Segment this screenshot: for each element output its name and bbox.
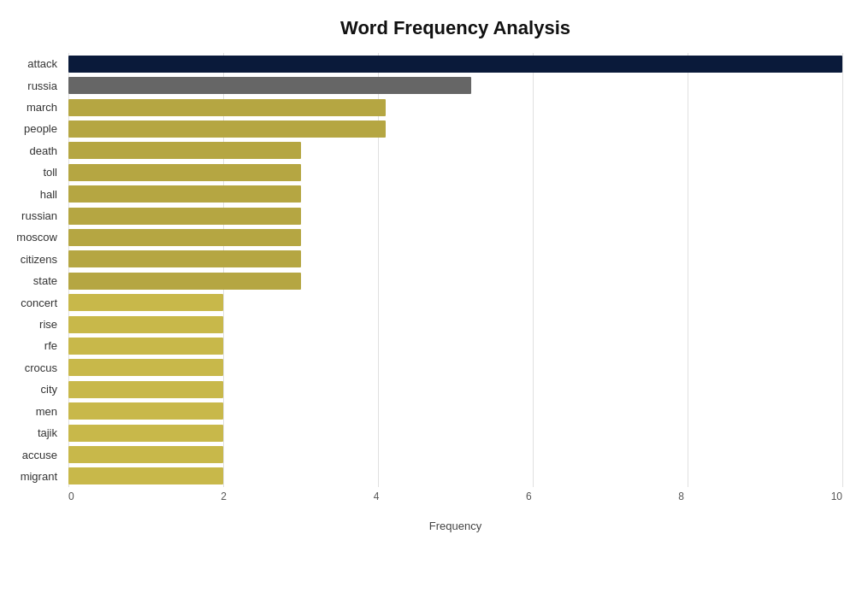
x-tick: 4 xyxy=(374,490,380,516)
bar-track xyxy=(68,56,842,73)
bar-row: moscow xyxy=(68,226,842,248)
bar-row: people xyxy=(68,118,842,139)
x-axis-title: Frequency xyxy=(68,520,842,532)
bar-track xyxy=(68,359,842,376)
bar-fill xyxy=(68,99,386,116)
chart-area: attackrussiamarchpeopledeathtollhallruss… xyxy=(68,53,842,532)
x-tick: 2 xyxy=(221,490,227,516)
bar-row: attack xyxy=(68,53,842,74)
bar-fill xyxy=(68,77,471,94)
bar-row: accuse xyxy=(68,443,842,465)
bar-row: concert xyxy=(68,291,842,313)
bar-label: men xyxy=(0,405,64,418)
bar-label: hall xyxy=(0,188,64,201)
bar-row: crocus xyxy=(68,357,842,379)
x-axis-labels: 0246810 xyxy=(68,490,842,516)
bar-label: death xyxy=(0,144,64,157)
bar-track xyxy=(68,316,842,333)
bar-fill xyxy=(68,273,301,290)
chart-title: Word Frequency Analysis xyxy=(68,17,842,39)
bar-row: hall xyxy=(68,183,842,204)
chart-container: Word Frequency Analysis attackrussiamarc… xyxy=(0,0,868,599)
bar-label: crocus xyxy=(0,361,64,374)
bar-track xyxy=(68,164,842,181)
bar-label: city xyxy=(0,383,64,396)
bar-fill xyxy=(68,208,301,225)
bar-track xyxy=(68,120,842,138)
bar-row: russian xyxy=(68,205,842,226)
bar-track xyxy=(68,250,842,267)
bar-track xyxy=(68,208,842,225)
bar-fill xyxy=(68,467,223,484)
bar-track xyxy=(68,338,842,355)
bar-fill xyxy=(68,381,223,398)
bar-fill xyxy=(68,56,842,73)
bar-track xyxy=(68,467,842,484)
bar-row: tajik xyxy=(68,422,842,443)
bar-fill xyxy=(68,316,223,333)
bar-fill xyxy=(68,359,223,376)
grid-line xyxy=(842,53,843,487)
bar-track xyxy=(68,446,842,463)
bar-track xyxy=(68,142,842,159)
bar-label: moscow xyxy=(0,231,64,244)
bar-fill xyxy=(68,120,386,138)
x-tick: 0 xyxy=(68,490,74,516)
bar-row: rfe xyxy=(68,335,842,356)
bar-fill xyxy=(68,250,301,267)
bar-fill xyxy=(68,142,301,159)
x-axis: 0246810 xyxy=(68,490,842,516)
bar-track xyxy=(68,402,842,420)
bar-label: migrant xyxy=(0,470,64,483)
bar-track xyxy=(68,77,842,94)
bar-label: russian xyxy=(0,209,64,222)
bar-row: citizens xyxy=(68,249,842,270)
bar-track xyxy=(68,381,842,398)
bar-fill xyxy=(68,229,301,246)
bar-label: toll xyxy=(0,166,64,179)
bar-fill xyxy=(68,446,223,463)
bar-track xyxy=(68,185,842,203)
bar-label: rise xyxy=(0,318,64,331)
bar-label: state xyxy=(0,274,64,287)
bars-wrapper: attackrussiamarchpeopledeathtollhallruss… xyxy=(68,53,842,487)
bar-track xyxy=(68,294,842,311)
bar-label: march xyxy=(0,101,64,114)
bar-label: concert xyxy=(0,297,64,309)
bar-fill xyxy=(68,164,301,181)
bar-row: men xyxy=(68,401,842,422)
bar-fill xyxy=(68,338,223,355)
bar-row: city xyxy=(68,379,842,400)
x-tick: 10 xyxy=(831,490,842,516)
bar-label: accuse xyxy=(0,449,64,461)
bar-row: rise xyxy=(68,314,842,335)
bar-label: rfe xyxy=(0,339,64,352)
bar-row: state xyxy=(68,270,842,291)
bar-label: attack xyxy=(0,57,64,70)
bar-row: march xyxy=(68,97,842,118)
bar-row: toll xyxy=(68,161,842,183)
bar-label: tajik xyxy=(0,426,64,439)
bar-row: death xyxy=(68,140,842,161)
bar-fill xyxy=(68,294,223,311)
bar-track xyxy=(68,425,842,442)
bar-fill xyxy=(68,185,301,203)
x-tick: 6 xyxy=(526,490,532,516)
x-tick: 8 xyxy=(678,490,684,516)
bar-track xyxy=(68,99,842,116)
bar-row: russia xyxy=(68,74,842,96)
bar-track xyxy=(68,229,842,246)
bar-label: citizens xyxy=(0,253,64,266)
bar-fill xyxy=(68,425,223,442)
bar-row: migrant xyxy=(68,466,842,487)
bar-track xyxy=(68,273,842,290)
bar-fill xyxy=(68,402,223,420)
bar-label: russia xyxy=(0,79,64,92)
bar-label: people xyxy=(0,122,64,135)
